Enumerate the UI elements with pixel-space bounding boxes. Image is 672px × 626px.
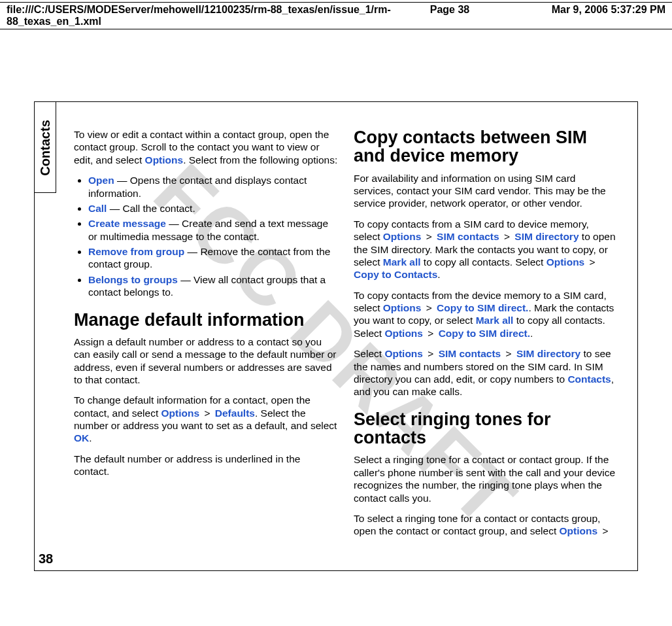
ui-term: Mark all (476, 315, 514, 326)
separator: > (421, 231, 437, 242)
ui-term: Open (88, 175, 114, 186)
ui-term: Options (383, 302, 422, 313)
text: to copy all contacts. Select (421, 256, 546, 268)
ui-term: Copy to SIM direct. (437, 302, 528, 313)
ui-term: Contacts (567, 374, 611, 385)
ui-term: Call (88, 203, 107, 214)
list-item: Remove from group — Remove the contact f… (88, 245, 338, 271)
separator: > (499, 231, 515, 242)
paragraph: To copy contacts from a SIM card to devi… (354, 218, 618, 281)
ui-term: Belongs to groups (88, 274, 178, 285)
page-number: 38 (39, 551, 53, 566)
ui-term: OK (74, 432, 89, 443)
text: . (437, 269, 440, 280)
print-header: file:///C:/USERS/MODEServer/mehowell/121… (0, 2, 672, 29)
ui-term: SIM contacts (437, 231, 499, 242)
ui-term: Copy to Contacts (354, 269, 437, 280)
ui-term: Remove from group (88, 246, 184, 257)
header-timestamp: Mar 9, 2006 5:37:29 PM (496, 4, 665, 27)
right-column: Copy contacts between SIM and device mem… (354, 128, 618, 551)
paragraph: To copy contacts from the device memory … (354, 289, 618, 340)
left-column: To view or edit a contact within a conta… (74, 128, 338, 551)
paragraph: To change default information for a cont… (74, 394, 338, 445)
paragraph: To select a ringing tone for a contact o… (354, 512, 618, 538)
ui-term: Options (384, 328, 423, 339)
text: — Call the contact. (107, 203, 195, 214)
ui-term: SIM directory (516, 348, 580, 359)
list-item: Create message — Create and send a text … (88, 217, 338, 243)
heading-manage-default: Manage default information (74, 311, 338, 329)
separator: > (423, 348, 439, 359)
paragraph: Select a ringing tone for a contact or c… (354, 453, 618, 504)
paragraph: The default number or address is underli… (74, 453, 338, 478)
text: Select (354, 348, 384, 359)
heading-ringing-tones: Select ringing tones for contacts (354, 410, 618, 447)
intro-paragraph: To view or edit a contact within a conta… (74, 128, 338, 166)
text: . (89, 432, 92, 443)
ui-term: Create message (88, 218, 166, 229)
separator: > (501, 348, 516, 359)
paragraph: Assign a default number or address to a … (74, 336, 338, 387)
list-item: Open — Opens the contact and displays co… (88, 174, 338, 200)
list-item: Call — Call the contact. (88, 202, 338, 215)
paragraph: For availability and information on usin… (354, 172, 618, 210)
ui-term-options: Options (145, 154, 184, 165)
page: file:///C:/USERS/MODEServer/mehowell/121… (0, 0, 672, 626)
header-page-label: Page 38 (404, 4, 496, 27)
ui-term: Options (383, 231, 422, 242)
paragraph: Select Options > SIM contacts > SIM dire… (354, 347, 618, 398)
header-path: file:///C:/USERS/MODEServer/mehowell/121… (7, 4, 404, 27)
ui-term: Defaults (215, 408, 255, 419)
ui-term: SIM directory (514, 231, 579, 242)
ui-term: Options (560, 525, 598, 536)
side-tab-label: Contacts (38, 120, 53, 176)
ui-term: Copy to SIM direct. (439, 328, 530, 339)
ui-term: SIM contacts (439, 348, 501, 359)
list-item: Belongs to groups — View all contact gro… (88, 273, 338, 299)
separator: > (421, 302, 437, 313)
separator: > (597, 525, 610, 536)
separator: > (423, 328, 439, 339)
content-frame: Contacts FCC DRAFT To view or edit a con… (34, 101, 638, 571)
columns: To view or edit a contact within a conta… (74, 128, 618, 551)
separator: > (199, 408, 215, 419)
text: . (530, 328, 533, 339)
text: — Opens the contact and displays contact… (88, 175, 307, 198)
ui-term: Options (384, 348, 423, 359)
side-tab-contacts: Contacts (34, 101, 56, 193)
separator: > (584, 256, 597, 268)
ui-term: Options (161, 408, 200, 419)
options-list: Open — Opens the contact and displays co… (74, 174, 338, 298)
text: . Select from the following options: (183, 154, 337, 165)
ui-term: Mark all (383, 256, 421, 268)
ui-term: Options (546, 256, 585, 268)
heading-copy-contacts: Copy contacts between SIM and device mem… (354, 128, 618, 165)
